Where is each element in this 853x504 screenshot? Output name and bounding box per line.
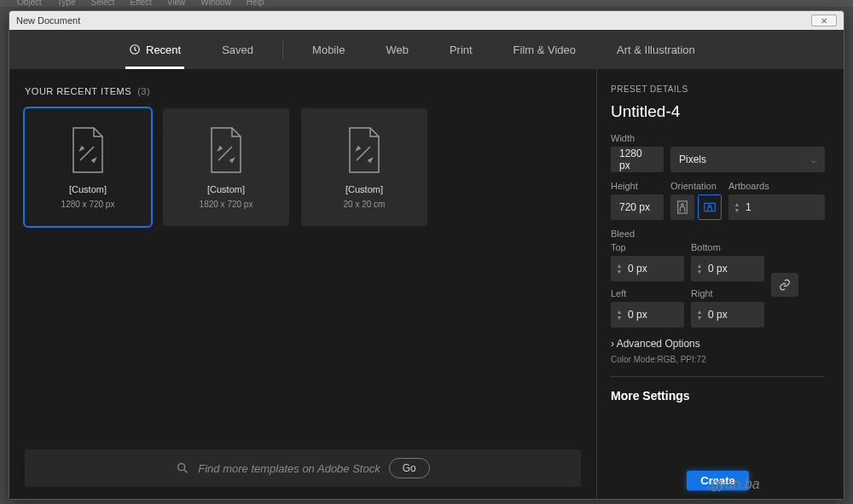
divider [611, 376, 825, 377]
document-icon [206, 126, 246, 174]
stock-search-bar[interactable]: Find more templates on Adobe Stock Go [25, 449, 581, 487]
recent-count: (3) [137, 86, 150, 96]
height-value: 720 px [619, 201, 650, 213]
recent-items-heading: YOUR RECENT ITEMS (3) [25, 86, 581, 96]
svg-point-1 [178, 464, 185, 471]
panel-title: PRESET DETAILS [611, 84, 825, 94]
bleed-top-label: Top [611, 242, 684, 252]
chevron-right-icon: › [611, 338, 614, 350]
bleed-top-input[interactable]: ▲▼0 px [611, 256, 684, 281]
preset-card[interactable]: [Custom] 1280 x 720 px [25, 108, 151, 226]
bleed-bottom-value: 0 px [705, 263, 734, 275]
close-icon[interactable]: ✕ [811, 14, 837, 26]
chevron-down-icon: ⌵ [811, 155, 816, 165]
orientation-label: Orientation [670, 181, 722, 191]
preset-dims: 1820 x 720 px [200, 200, 253, 209]
bleed-right-input[interactable]: ▲▼0 px [691, 302, 764, 327]
tab-recent[interactable]: Recent [129, 30, 181, 69]
category-tabs: Recent Saved Mobile Web Print Film & Vid… [9, 30, 844, 69]
tab-art-illustration[interactable]: Art & Illustration [617, 30, 695, 69]
tab-label: Art & Illustration [617, 43, 695, 56]
preset-details-panel: PRESET DETAILS Untitled-4 Width 1280 px … [596, 69, 844, 499]
tab-label: Saved [222, 43, 253, 56]
stepper-arrows-icon[interactable]: ▲▼ [728, 201, 742, 213]
preset-name: [Custom] [207, 184, 245, 194]
app-menubar: ObjectTypeSelectEffectViewWindowHelp [0, 0, 853, 7]
svg-point-3 [682, 204, 684, 206]
dialog-titlebar: New Document ✕ [9, 11, 844, 30]
tab-film-video[interactable]: Film & Video [514, 30, 576, 69]
svg-rect-2 [678, 201, 688, 213]
create-label: Create [700, 474, 734, 487]
search-icon [176, 461, 189, 475]
units-value: Pixels [679, 154, 706, 165]
stepper-arrows-icon[interactable]: ▲▼ [611, 263, 624, 275]
divider [282, 40, 283, 59]
search-placeholder: Find more templates on Adobe Stock [198, 462, 380, 475]
artboards-label: Artboards [728, 181, 825, 191]
document-icon [345, 126, 384, 174]
bleed-left-label: Left [611, 288, 684, 298]
preset-grid: [Custom] 1280 x 720 px [Custom] 1820 x 7… [25, 108, 581, 226]
preset-name: [Custom] [345, 184, 383, 194]
preset-dims: 1280 x 720 px [61, 200, 115, 209]
tab-label: Web [386, 43, 409, 56]
tab-print[interactable]: Print [450, 30, 473, 69]
bleed-left-input[interactable]: ▲▼0 px [611, 302, 684, 327]
tab-saved[interactable]: Saved [222, 30, 253, 69]
width-value: 1280 px [619, 148, 655, 171]
artboards-value: 1 [742, 201, 758, 213]
height-input[interactable]: 720 px [611, 194, 664, 220]
tab-label: Print [450, 43, 473, 56]
go-label: Go [403, 462, 416, 474]
stepper-arrows-icon[interactable]: ▲▼ [691, 263, 705, 275]
preset-name: [Custom] [69, 184, 107, 194]
link-bleed-button[interactable] [771, 273, 798, 297]
document-name-input[interactable]: Untitled-4 [611, 102, 825, 121]
tab-label: Film & Video [514, 43, 576, 56]
units-select[interactable]: Pixels ⌵ [670, 147, 825, 172]
bleed-right-label: Right [691, 288, 764, 298]
dialog-title: New Document [16, 15, 80, 26]
tab-label: Mobile [312, 43, 345, 56]
preset-dims: 20 x 20 cm [344, 200, 386, 209]
tab-mobile[interactable]: Mobile [312, 30, 345, 69]
height-label: Height [611, 181, 664, 191]
color-mode-info: Color Mode:RGB, PPI:72 [611, 355, 825, 364]
bleed-left-value: 0 px [624, 309, 654, 321]
section-title-text: YOUR RECENT ITEMS [25, 86, 131, 96]
link-icon [779, 279, 791, 291]
width-label: Width [611, 133, 825, 143]
preset-card[interactable]: [Custom] 1820 x 720 px [163, 108, 289, 226]
recent-icon [129, 43, 141, 55]
stepper-arrows-icon[interactable]: ▲▼ [691, 309, 705, 321]
bleed-top-value: 0 px [624, 263, 654, 275]
tab-label: Recent [146, 43, 181, 56]
new-document-dialog: New Document ✕ Recent Saved Mobile Web P… [9, 10, 844, 500]
preset-card[interactable]: [Custom] 20 x 20 cm [301, 108, 427, 226]
document-icon [68, 126, 107, 174]
advanced-label: Advanced Options [617, 338, 700, 350]
go-button[interactable]: Go [389, 458, 430, 478]
advanced-options-toggle[interactable]: › Advanced Options [611, 338, 825, 350]
more-settings-button[interactable]: More Settings [611, 389, 825, 403]
width-input[interactable]: 1280 px [611, 147, 664, 172]
bleed-label: Bleed [611, 229, 825, 239]
bleed-right-value: 0 px [705, 309, 734, 321]
stepper-arrows-icon[interactable]: ▲▼ [611, 309, 624, 321]
tab-web[interactable]: Web [386, 30, 409, 69]
orientation-portrait-button[interactable] [670, 194, 694, 220]
bleed-bottom-label: Bottom [691, 242, 764, 252]
artboards-input[interactable]: ▲▼ 1 [728, 194, 825, 220]
orientation-landscape-button[interactable] [698, 194, 722, 220]
create-button[interactable]: Create [687, 471, 748, 490]
bleed-bottom-input[interactable]: ▲▼0 px [691, 256, 764, 281]
